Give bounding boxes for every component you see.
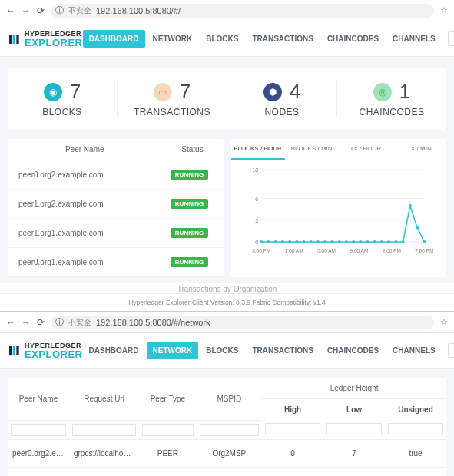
channel-select[interactable]: mychannel [448,31,454,46]
table-row[interactable]: peer0.org2.exam…grpcs://localhost…PEEROr… [8,439,446,467]
svg-point-35 [387,240,390,243]
stat-cc[interactable]: ◎ 1 CHAINCODES [336,80,446,117]
chart-panel: BLOCKS / HOUR BLOCKS / MIN TX / HOUR TX … [231,139,447,277]
nav-chaincodes[interactable]: CHAINCODES [321,30,385,48]
cell-peer: peer0.org2.exam… [8,439,69,467]
svg-point-33 [373,240,376,243]
cell-uns: true [385,467,446,476]
svg-point-29 [344,240,347,243]
nav-channels[interactable]: CHANNELS [386,30,442,48]
logo[interactable]: HYPERLEDGER EXPLORER [8,31,83,48]
stat-blocks-value: 7 [70,80,81,104]
filter-req[interactable] [72,424,136,436]
main-nav-2: DASHBOARD NETWORK BLOCKS TRANSACTIONS CH… [83,342,454,359]
svg-text:10: 10 [252,167,258,173]
filter-msp[interactable] [200,424,260,436]
forward-icon[interactable]: → [22,5,31,16]
svg-point-17 [260,240,263,243]
peer-name: peer1.org2.example.com [18,200,167,208]
svg-text:7:00 PM: 7:00 PM [415,248,433,253]
nav-channels[interactable]: CHANNELS [386,342,442,359]
logo-icon [8,33,20,45]
nav-network[interactable]: NETWORK [147,30,199,48]
th-peer[interactable]: Peer Name [8,378,69,420]
svg-rect-42 [13,346,15,355]
th-msp[interactable]: MSPID [197,378,263,420]
tab-tx-hour[interactable]: TX / HOUR [339,139,393,160]
svg-point-39 [416,226,419,229]
app-header-2: HYPERLEDGER EXPLORER DASHBOARD NETWORK B… [0,333,454,369]
url-bar[interactable]: ⓘ 不安全 192.168.100.5:8080/#/ [51,4,434,18]
chart-body: 036108:00 PM1:00 AM5:00 AM9:00 AM2:00 PM… [231,160,447,259]
svg-point-22 [295,240,298,243]
peer-row[interactable]: peer0.org2.example.comRUNNING [8,160,224,190]
stat-cc-value: 1 [399,80,410,104]
forward-icon[interactable]: → [22,317,31,328]
nav-dashboard[interactable]: DASHBOARD [83,342,145,359]
svg-point-26 [323,240,326,243]
nav-dashboard[interactable]: DASHBOARD [83,30,145,48]
peer-row[interactable]: peer0.org1.example.comRUNNING [8,248,224,277]
stat-nodes-value: 4 [290,80,300,104]
bookmark-icon[interactable]: ☆ [440,317,448,327]
tab-blocks-min[interactable]: BLOCKS / MIN [285,139,339,160]
filter-peer[interactable] [11,424,66,436]
stat-tx[interactable]: ▭ 7 TRANSACTIONS [117,80,227,117]
th-low[interactable]: Low [323,399,385,421]
svg-text:3: 3 [255,218,258,223]
logo[interactable]: HYPERLEDGER EXPLORER [8,342,83,359]
peers-header: Peer Name Status [8,139,224,160]
svg-point-34 [379,240,383,243]
reload-icon[interactable]: ⟳ [37,317,45,328]
nav-blocks[interactable]: BLOCKS [200,30,244,48]
stat-tx-value: 7 [180,80,191,104]
peers-hd-status: Status [162,145,224,154]
th-req[interactable]: Request Url [69,378,139,420]
nav-network[interactable]: NETWORK [147,342,199,359]
svg-point-30 [352,240,355,243]
filter-low[interactable] [326,423,382,435]
chart-tabs: BLOCKS / HOUR BLOCKS / MIN TX / HOUR TX … [231,139,447,160]
stat-nodes[interactable]: ⬢ 4 NODES [227,80,336,117]
th-uns[interactable]: Unsigned [385,399,446,421]
status-badge: RUNNING [171,170,208,180]
network-page: Peer Name Request Url Peer Type MSPID Le… [0,369,454,476]
back-icon[interactable]: ← [6,317,15,328]
nav-transactions[interactable]: TRANSACTIONS [246,30,319,48]
filter-type[interactable] [142,424,193,436]
nav-transactions[interactable]: TRANSACTIONS [246,342,319,359]
svg-point-19 [273,240,277,243]
cell-req: grpcs://localhost… [69,439,139,467]
insecure-icon: ⓘ [55,316,64,328]
channel-select[interactable]: mychannel [448,343,454,358]
url-text: 192.168.100.5:8080/#/ [96,6,181,15]
svg-point-36 [394,240,397,243]
svg-point-24 [309,240,312,243]
bookmark-icon[interactable]: ☆ [440,5,448,15]
tab-blocks-hour[interactable]: BLOCKS / HOUR [231,139,285,160]
svg-point-40 [423,240,426,243]
nav-chaincodes[interactable]: CHAINCODES [321,342,385,359]
filter-high[interactable] [265,423,320,435]
th-type[interactable]: Peer Type [139,378,196,420]
svg-rect-1 [13,35,15,44]
peer-row[interactable]: peer1.org1.example.comRUNNING [8,219,224,248]
table-row[interactable]: peer1.org2.exam…grpcs://localhost…PEEROr… [8,467,446,476]
svg-text:0: 0 [255,240,258,245]
url-bar[interactable]: ⓘ 不安全 192.168.100.5:8080/#/network [51,316,434,329]
insecure-label: 不安全 [68,5,91,16]
nav-blocks[interactable]: BLOCKS [200,342,244,359]
reload-icon[interactable]: ⟳ [37,5,45,16]
back-icon[interactable]: ← [6,5,15,16]
filter-uns[interactable] [388,423,443,435]
tab-tx-min[interactable]: TX / MIN [393,139,446,160]
stat-blocks[interactable]: ◉ 7 BLOCKS [8,80,117,117]
browser-bar-2: ← → ⟳ ⓘ 不安全 192.168.100.5:8080/#/network… [0,312,454,333]
peers-hd-name: Peer Name [8,145,162,154]
cell-type: PEER [139,467,196,476]
peer-row[interactable]: peer1.org2.example.comRUNNING [8,190,224,219]
cell-high: 0 [262,439,323,467]
chaincodes-icon: ◎ [373,83,392,101]
th-high[interactable]: High [262,399,323,421]
svg-rect-43 [16,346,18,355]
